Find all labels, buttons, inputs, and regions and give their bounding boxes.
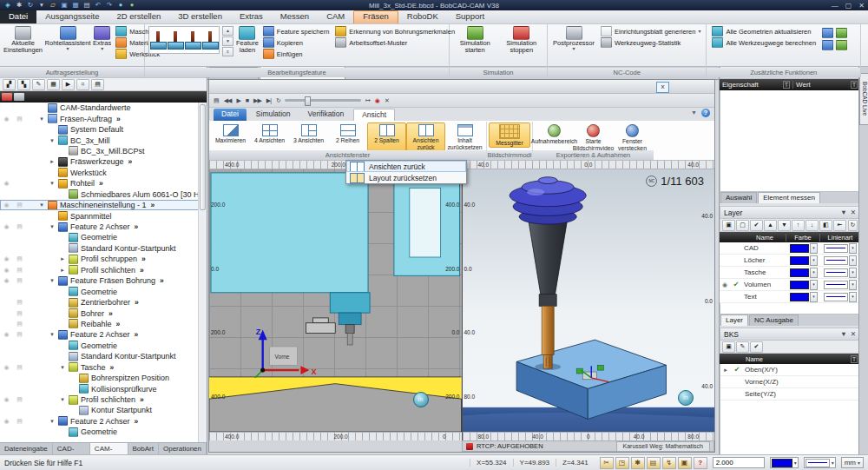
delete-layer-icon[interactable]: ▢ (736, 220, 749, 231)
tree-row[interactable]: Geometrie (0, 427, 207, 437)
row-visibility-icon[interactable]: ◉ (0, 223, 13, 230)
close-button[interactable]: ✕ (858, 2, 865, 10)
tree-row[interactable]: Bohrerspitzen Position (0, 373, 207, 383)
color-dropdown-icon[interactable]: ▾ (810, 280, 818, 290)
sync-icon[interactable] (822, 40, 833, 50)
layer-linestyle-sample[interactable] (824, 281, 848, 289)
feature-gallery[interactable] (148, 26, 220, 54)
view-layout-button[interactable]: Inhalt zurücksetzen (445, 122, 484, 151)
toolpath-statistics-button[interactable]: Werkzeugweg-Statistik (599, 37, 702, 48)
tree-row[interactable]: Standard Kontur-Startpunkt (0, 243, 207, 254)
row-visibility-icon[interactable]: ◉ (0, 202, 13, 209)
tree-row[interactable]: Kollisionsprüfkurve (0, 383, 207, 394)
tree-item-menu[interactable]: » (140, 266, 144, 275)
set-current-layer-icon[interactable]: ✔ (750, 220, 763, 231)
open-icon[interactable]: ▱ (49, 1, 57, 10)
tree-item-menu[interactable]: » (135, 417, 139, 426)
gallery-up-button[interactable]: ▲ (222, 26, 233, 36)
linestyle-dropdown-icon[interactable]: ▾ (849, 255, 857, 266)
tree-expander[interactable]: ▾ (38, 116, 45, 122)
tree-expander[interactable]: ▾ (59, 364, 66, 371)
move-up-icon[interactable]: ↑ (792, 220, 805, 231)
ribbon-tab[interactable]: Extras (231, 10, 272, 23)
import-layer-icon[interactable]: ⇤ (833, 220, 846, 231)
close-panel-icon[interactable]: ✕ (851, 330, 856, 338)
bks-name[interactable]: Oben(X/Y) (743, 366, 859, 374)
tree-row[interactable]: ◉ ▤ ▾ Profil schlichten » (0, 394, 207, 405)
tree-row[interactable]: ◉ ▤ ▸ Profil schlichten » (0, 265, 207, 275)
row-operation-icon[interactable]: ▤ (13, 331, 26, 338)
view-layout-button[interactable]: 4 Ansichten (250, 122, 289, 151)
simulation-tab[interactable]: Ansicht (353, 109, 395, 121)
update-all-geometry-button[interactable]: Alle Geometrien aktualisieren (710, 26, 818, 36)
ribbon-tab[interactable]: CAM (318, 10, 353, 23)
compute-all-toolpaths-button[interactable]: Alle Werkzeugwege berechnen (710, 37, 818, 48)
row-operation-icon[interactable]: ▤ (13, 255, 26, 262)
linestyle-dropdown-icon[interactable]: ▾ (849, 292, 857, 302)
tree-expander[interactable]: ▾ (38, 202, 45, 209)
tree-item-menu[interactable]: » (151, 201, 155, 209)
import-toolpath-icon[interactable] (822, 28, 833, 38)
left-panel-tab[interactable]: BobArt (128, 443, 159, 455)
layer-row[interactable]: Text ▾ ▾ (720, 291, 860, 303)
rewind-icon[interactable]: ◀◀ (224, 97, 232, 104)
current-color-dropdown[interactable]: ▾ (770, 457, 799, 468)
stock-wizard-button[interactable]: Rohteilassistent▾ (45, 24, 90, 51)
filter-icon[interactable]: T (851, 355, 858, 363)
bks-active-check[interactable]: ✔ (731, 366, 743, 374)
playlist-icon[interactable]: ▤ (214, 97, 219, 104)
tree-row[interactable]: Geometrie (0, 232, 207, 242)
current-settings-button[interactable]: Aktuelle Einstellungen (3, 24, 43, 54)
web-icon[interactable]: ● (116, 1, 125, 10)
capture-button[interactable]: Fenster verstecken (613, 122, 652, 152)
tree-item-menu[interactable]: » (141, 255, 146, 263)
tree-expand-icon[interactable]: ▚ (17, 79, 30, 90)
tree-item-menu[interactable]: » (135, 298, 139, 307)
row-operation-icon[interactable]: ▤ (13, 321, 26, 328)
extras-button[interactable]: Extras▾ (93, 24, 111, 51)
tree-item-menu[interactable]: » (116, 115, 121, 123)
edit-feature-icon[interactable]: ✎ (32, 79, 45, 90)
tree-row[interactable]: ◉ ▤ ▾ Maschineneinstellung - 1 » (0, 200, 207, 210)
measure-grid-button[interactable]: Messgitter (489, 122, 530, 148)
row-operation-icon[interactable]: ▤ (13, 396, 26, 403)
tree-expander[interactable]: ▸ (59, 267, 66, 274)
layer-row[interactable]: Tasche ▾ ▾ (720, 267, 860, 279)
tree-row[interactable]: ▸ Fräswerkzeuge » (0, 156, 207, 167)
view-layout-button[interactable]: Ansichten zurück (406, 122, 445, 151)
tree-row[interactable]: ◉ ▤ ▾ Feature 2 Achser » (0, 222, 207, 232)
undo-icon[interactable]: ↶ (94, 1, 102, 10)
simulation-tab[interactable]: Datei (214, 109, 247, 121)
capture-button[interactable]: Aufnahmebereich (535, 122, 574, 152)
front-view-scene[interactable]: Vorne Z X 200.00.0200.0400.0 400.0200.00… (209, 169, 462, 432)
layer-linestyle-sample[interactable] (824, 293, 848, 301)
dock-tab[interactable]: Layer (720, 314, 748, 326)
tree-expander[interactable]: ▾ (49, 180, 56, 187)
line-width-input[interactable] (713, 457, 765, 468)
setup-sheet-button[interactable]: Einrichtungsblatt generieren▾ (599, 26, 702, 36)
isolate-layer-icon[interactable]: ◧ (819, 220, 832, 231)
row-visibility-icon[interactable]: ◉ (0, 364, 13, 371)
toolpath-stats-icon[interactable]: ✂ (600, 457, 614, 469)
tree-row[interactable]: ◉ ▤ ▾ Fräsen-Auftrag » (0, 113, 207, 123)
tree-row[interactable]: Werkstück (0, 168, 207, 178)
layer-color-swatch[interactable] (790, 293, 809, 301)
layer-name[interactable]: Tasche (742, 268, 787, 276)
tree-row[interactable]: Spannmittel (0, 210, 207, 221)
tree-row[interactable]: ◉ ▤ ▾ Feature Fräsen Bohrung » (0, 275, 207, 286)
tree-item-menu[interactable]: » (135, 222, 139, 231)
simulation-tab[interactable]: Simulation (248, 109, 299, 121)
simulation-close-button[interactable]: x (656, 82, 669, 93)
bks-row[interactable]: Vorne(X/Z) (720, 376, 859, 388)
row-operation-icon[interactable]: ▤ (13, 116, 26, 122)
layer-row[interactable]: Löcher ▾ ▾ (720, 255, 860, 267)
dock-tab[interactable]: NC Ausgabe (749, 314, 799, 326)
row-visibility-icon[interactable]: ◉ (0, 277, 13, 284)
compute-toolpath-icon[interactable]: ▦ (47, 79, 60, 90)
layer-color-swatch[interactable] (790, 256, 809, 265)
tree-row[interactable]: Standard Kontur-Startpunkt (0, 351, 207, 361)
capture-button[interactable]: Starte Bildschirmvideo (574, 122, 613, 152)
tree-row[interactable]: ▤ Bohrer » (0, 308, 207, 318)
mill-feature-icon[interactable] (184, 30, 201, 50)
stop-icon[interactable]: ■ (246, 97, 248, 104)
